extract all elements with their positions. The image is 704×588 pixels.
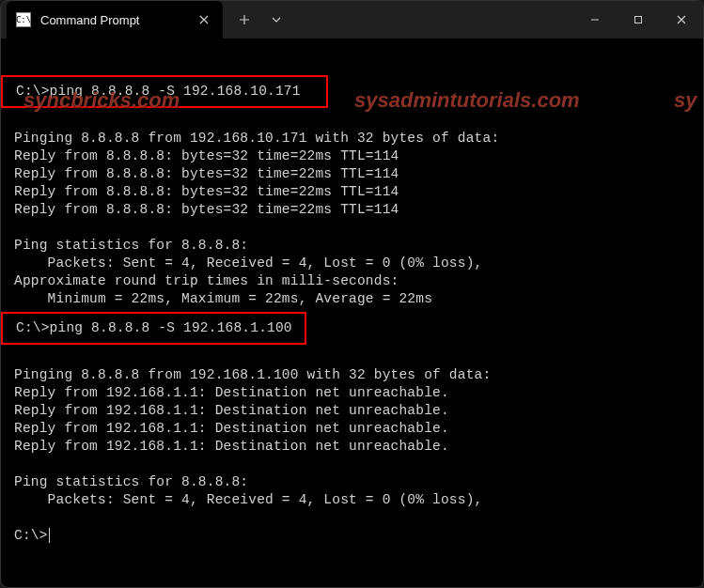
output-line: Pinging 8.8.8.8 from 192.168.10.171 with… bbox=[14, 131, 499, 146]
output-line: Ping statistics for 8.8.8.8: bbox=[14, 238, 248, 253]
output-line: Minimum = 22ms, Maximum = 22ms, Average … bbox=[14, 291, 432, 306]
output-line: Reply from 192.168.1.1: Destination net … bbox=[14, 439, 449, 454]
maximize-icon bbox=[634, 15, 643, 24]
output-line: Reply from 8.8.8.8: bytes=32 time=22ms T… bbox=[14, 166, 399, 181]
output-line: Reply from 192.168.1.1: Destination net … bbox=[14, 403, 449, 418]
window-controls bbox=[573, 1, 703, 39]
watermark-text: sy bbox=[674, 91, 696, 109]
output-line: Packets: Sent = 4, Received = 4, Lost = … bbox=[14, 255, 482, 271]
tab-dropdown-button[interactable] bbox=[260, 4, 292, 36]
cursor bbox=[49, 528, 50, 543]
active-tab[interactable]: C:\ Command Prompt bbox=[7, 1, 223, 39]
tab-title: Command Prompt bbox=[40, 13, 185, 27]
maximize-button[interactable] bbox=[617, 1, 660, 39]
minimize-button[interactable] bbox=[573, 1, 617, 39]
output-line: Pinging 8.8.8.8 from 192.168.1.100 with … bbox=[14, 367, 491, 382]
close-tab-button[interactable] bbox=[195, 10, 213, 29]
output-line: Reply from 8.8.8.8: bytes=32 time=22ms T… bbox=[14, 148, 399, 163]
prompt: C:\> bbox=[14, 528, 48, 543]
output-line: Reply from 192.168.1.1: Destination net … bbox=[14, 385, 449, 400]
output-line: Ping statistics for 8.8.8.8: bbox=[14, 474, 248, 489]
minimize-icon bbox=[590, 15, 600, 24]
command-line: C:\>ping 8.8.8.8 -S 192.168.10.171 bbox=[3, 84, 301, 99]
close-icon bbox=[199, 15, 209, 24]
close-window-button[interactable] bbox=[660, 1, 703, 39]
new-tab-button[interactable] bbox=[228, 4, 260, 36]
output-line: Packets: Sent = 4, Received = 4, Lost = … bbox=[14, 492, 482, 507]
watermark-text: sysadmintutorials.com bbox=[354, 91, 580, 109]
command-highlight-1: C:\>ping 8.8.8.8 -S 192.168.10.171 bbox=[1, 75, 328, 108]
chevron-down-icon bbox=[272, 17, 281, 23]
tabbar-actions bbox=[228, 4, 292, 36]
command-highlight-2: C:\>ping 8.8.8.8 -S 192.168.1.100 bbox=[1, 312, 306, 345]
titlebar: C:\ Command Prompt bbox=[1, 1, 703, 39]
output-line: Reply from 8.8.8.8: bytes=32 time=22ms T… bbox=[14, 202, 399, 217]
close-icon bbox=[677, 15, 686, 24]
svg-rect-0 bbox=[635, 17, 642, 23]
cmd-icon: C:\ bbox=[16, 12, 31, 27]
plus-icon bbox=[239, 14, 250, 25]
terminal-output[interactable]: syncbricks.comsysadmintutorials.comsyC:\… bbox=[1, 39, 703, 587]
output-line: Reply from 192.168.1.1: Destination net … bbox=[14, 421, 449, 436]
output-line: Reply from 8.8.8.8: bytes=32 time=22ms T… bbox=[14, 184, 399, 199]
output-line: Approximate round trip times in milli-se… bbox=[14, 273, 399, 288]
command-line: C:\>ping 8.8.8.8 -S 192.168.1.100 bbox=[3, 320, 292, 335]
